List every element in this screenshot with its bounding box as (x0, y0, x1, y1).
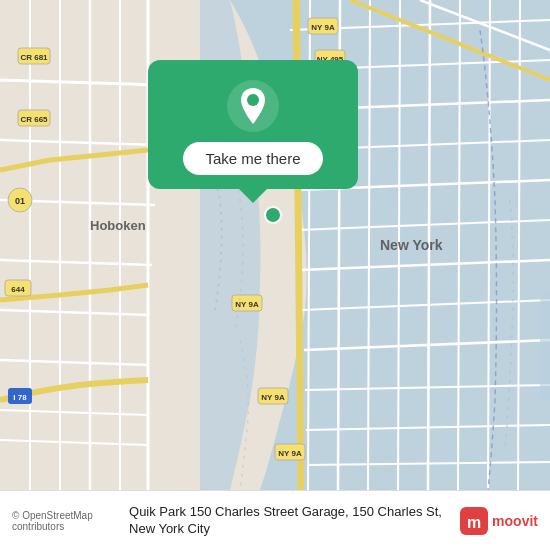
svg-text:CR 665: CR 665 (20, 115, 48, 124)
svg-text:New York: New York (380, 237, 443, 253)
osm-credit: © OpenStreetMap contributors (12, 510, 119, 532)
svg-text:Hoboken: Hoboken (90, 218, 146, 233)
location-pin-icon (227, 80, 279, 132)
svg-text:01: 01 (15, 196, 25, 206)
popup-card: Take me there (148, 60, 358, 189)
moovit-icon: m (460, 507, 488, 535)
svg-text:CR 681: CR 681 (20, 53, 48, 62)
osm-credit-text: © OpenStreetMap contributors (12, 510, 93, 532)
svg-text:NY 9A: NY 9A (261, 393, 285, 402)
svg-text:644: 644 (11, 285, 25, 294)
moovit-text: moovit (492, 513, 538, 529)
bottom-bar: © OpenStreetMap contributors Quik Park 1… (0, 490, 550, 550)
location-city: New York City (129, 521, 210, 536)
location-name: Quik Park 150 Charles Street Garage, 150… (129, 504, 442, 519)
svg-text:NY 9A: NY 9A (278, 449, 302, 458)
svg-text:m: m (467, 514, 481, 531)
svg-point-57 (265, 207, 281, 223)
take-me-there-button[interactable]: Take me there (183, 142, 322, 175)
svg-text:I 78: I 78 (13, 393, 27, 402)
svg-text:NY 9A: NY 9A (311, 23, 335, 32)
map-container: NY 9A NY 9A NY 9A NY 9A NY 495 CR 681 CR… (0, 0, 550, 490)
svg-point-59 (247, 94, 259, 106)
location-info: Quik Park 150 Charles Street Garage, 150… (129, 504, 450, 538)
moovit-logo: m moovit (460, 507, 538, 535)
